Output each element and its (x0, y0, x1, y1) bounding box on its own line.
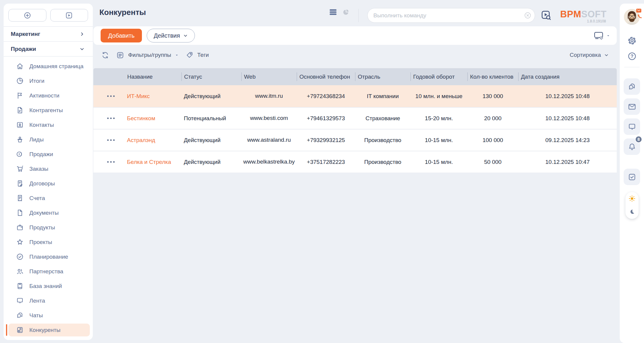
column-header-revenue[interactable]: Годовой оборот (410, 68, 467, 85)
add-record-button[interactable] (8, 9, 46, 22)
cell-name-link[interactable]: Бестинком (125, 113, 181, 124)
data-view-settings-button[interactable] (594, 31, 610, 40)
sidebar-item-contacts[interactable]: Контакты (4, 118, 93, 132)
column-header-web[interactable]: Web (241, 68, 297, 85)
column-header-created[interactable]: Дата создания (518, 68, 617, 85)
sidebar-item-competitors[interactable]: Конкуренты (4, 323, 93, 337)
dark-theme-button[interactable] (627, 207, 637, 217)
clear-command-icon[interactable] (524, 12, 531, 19)
flag-icon (16, 92, 24, 100)
action-bar: Добавить Действия (93, 26, 617, 45)
sidebar-item-products[interactable]: Продукты (4, 220, 93, 235)
chats-panel-button[interactable] (624, 78, 640, 95)
analytics-view-toggle[interactable] (342, 8, 350, 16)
cell-web: www.besti.com (241, 112, 297, 124)
sidebar-item-leads[interactable]: Лиды (4, 132, 93, 147)
cell-status: Действующий (181, 135, 241, 145)
cell-industry: Страхование (355, 113, 410, 124)
column-header-industry[interactable]: Отрасль (355, 68, 410, 85)
check-square-icon (628, 173, 637, 182)
user-avatar[interactable] (624, 9, 640, 25)
cell-name-link[interactable]: Астралэнд (125, 135, 181, 145)
sidebar-item-feed[interactable]: Лента (4, 293, 93, 308)
settings-gear-icon[interactable] (627, 36, 637, 46)
column-header-status[interactable]: Статус (181, 68, 241, 85)
caret-down-icon (175, 53, 179, 57)
row-actions-button[interactable] (93, 159, 125, 164)
sidebar-item-partnerships[interactable]: Партнерства (4, 264, 93, 279)
tasks-panel-button[interactable] (624, 169, 640, 185)
cell-name-link[interactable]: ИТ-Микс (125, 91, 181, 101)
table-row[interactable]: Белка и Стрелка Действующий www.belkastr… (93, 151, 617, 173)
workplace-label: Маркетинг (11, 31, 40, 37)
table-row[interactable]: Астралэнд Действующий www.astraland.ru +… (93, 129, 617, 151)
table-header-row: Название Статус Web Основной телефон Отр… (93, 68, 617, 85)
sidebar-item-contracts[interactable]: Договоры (4, 176, 93, 191)
cell-name-link[interactable]: Белка и Стрелка (125, 157, 181, 167)
sidebar-item-projects[interactable]: Проекты (4, 235, 93, 249)
rail-divider (624, 67, 640, 67)
filter-icon (116, 51, 125, 60)
row-actions-button[interactable] (93, 94, 125, 99)
feed-panel-button[interactable] (624, 118, 640, 135)
cell-phone: +79724368234 (297, 91, 355, 101)
add-button[interactable]: Добавить (101, 29, 142, 42)
theme-toggle[interactable] (625, 192, 639, 219)
cell-revenue: 10 млн. и меньше (410, 91, 467, 101)
briefcase-icon (16, 223, 24, 231)
competitors-icon (16, 326, 24, 334)
light-theme-button[interactable] (627, 193, 637, 204)
sidebar-item-home[interactable]: Домашняя страница (4, 59, 93, 74)
cart-icon (16, 165, 24, 173)
sidebar-item-accounts[interactable]: Контрагенты (4, 103, 93, 118)
sidebar-item-dashboards[interactable]: Итоги (4, 74, 93, 88)
page-title: Конкуренты (99, 8, 146, 17)
notifications-button[interactable]: 8 (624, 138, 640, 155)
comment-icon (628, 122, 637, 131)
command-input[interactable] (367, 8, 535, 23)
competitors-table: Название Статус Web Основной телефон Отр… (93, 68, 617, 173)
email-panel-button[interactable] (624, 98, 640, 115)
refresh-button[interactable] (101, 51, 109, 59)
process-search-icon[interactable] (541, 10, 552, 21)
bpmsoft-logo: BPMSOFT (560, 9, 607, 20)
sidebar-item-opportunities[interactable]: Продажи (4, 147, 93, 161)
chevron-down-icon (79, 46, 85, 52)
cell-clients: 20 000 (467, 113, 518, 124)
tags-button[interactable]: Теги (185, 51, 209, 59)
column-header-name[interactable]: Название (125, 68, 181, 85)
filters-groups-button[interactable]: Фильтры/группы (116, 51, 179, 60)
actions-button[interactable]: Действия (147, 29, 195, 42)
sidebar-item-activities[interactable]: Активности (4, 88, 93, 103)
check-circle-icon (16, 253, 24, 261)
list-view-toggle[interactable] (329, 9, 337, 16)
contact-card-icon (16, 121, 24, 129)
sidebar-item-invoices[interactable]: Счета (4, 191, 93, 205)
workplace-marketing[interactable]: Маркетинг (4, 26, 93, 41)
cell-status: Потенциальный (181, 113, 241, 124)
table-row[interactable]: Бестинком Потенциальный www.besti.com +7… (93, 107, 617, 129)
workplace-label: Продажи (11, 46, 36, 52)
row-actions-button[interactable] (93, 116, 125, 121)
chevron-down-icon (604, 53, 609, 58)
sidebar-item-knowledge-base[interactable]: База знаний (4, 279, 93, 293)
run-process-button[interactable] (50, 9, 88, 22)
chevron-down-icon (183, 33, 188, 38)
sidebar-item-documents[interactable]: Документы (4, 205, 93, 220)
svg-text:?: ? (631, 54, 634, 59)
column-header-clients[interactable]: Кол-во клиентов (467, 68, 518, 85)
chats-icon (628, 82, 637, 91)
avatar-phone-badge-icon (637, 14, 643, 19)
row-actions-button[interactable] (93, 138, 125, 143)
cell-clients: 100 000 (467, 135, 518, 145)
table-row[interactable]: ИТ-Микс Действующий www.itm.ru +79724368… (93, 85, 617, 107)
sort-button[interactable]: Сортировка (570, 52, 609, 58)
sidebar-item-orders[interactable]: Заказы (4, 161, 93, 176)
cell-clients: 130 000 (467, 91, 518, 101)
sidebar-item-planning[interactable]: Планирование (4, 249, 93, 264)
home-icon (16, 62, 24, 70)
column-header-phone[interactable]: Основной телефон (297, 68, 355, 85)
workplace-sales[interactable]: Продажи (4, 41, 93, 56)
sidebar-item-chats[interactable]: Чаты (4, 308, 93, 323)
help-icon[interactable]: ? (627, 51, 637, 61)
